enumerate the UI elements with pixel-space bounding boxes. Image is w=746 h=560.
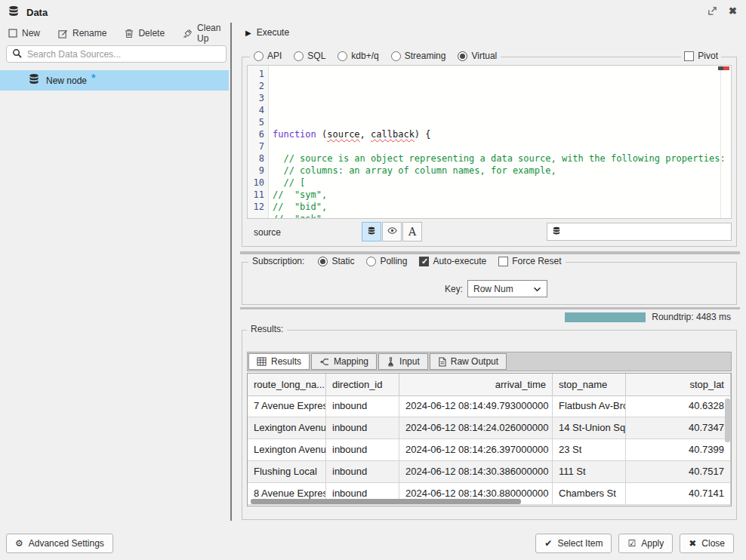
database-icon [28,73,40,88]
tab-raw-output[interactable]: Raw Output [430,353,507,370]
trash-icon [125,29,134,38]
table-cell[interactable]: 111 St [553,461,626,483]
toolbar-button-new[interactable]: New [8,28,40,38]
table-cell[interactable]: 40.6328 [626,395,731,417]
apply-label: Apply [641,538,664,549]
code-line: // "bid", [273,201,731,213]
table-cell[interactable]: inbound [326,417,399,439]
table-cell[interactable]: 23 St [553,439,626,461]
code-line [273,140,731,152]
select-item-button[interactable]: ✔ Select Item [535,534,612,553]
table-cell[interactable]: 2024-06-12 08:14:30.386000000 [399,461,553,483]
source-text-toggle[interactable]: A [402,222,422,242]
advanced-settings-button[interactable]: ⚙ Advanced Settings [6,534,113,553]
table-cell[interactable]: Flatbush Av-Broo [553,395,626,417]
key-label: Key: [445,284,463,294]
table-cell[interactable]: Lexington Avenu [248,417,326,439]
results-fieldset: Results: ResultsMappingInputRaw Output r… [242,330,737,520]
text-format-icon: A [408,226,416,238]
subscription-option-force-reset[interactable]: Force Reset [498,256,561,266]
table-cell[interactable]: 40.7141 [626,483,731,505]
pivot-checkbox[interactable]: Pivot [681,51,721,61]
tab-results[interactable]: Results [248,353,310,370]
close-button[interactable]: ✖ Close [680,534,734,553]
footer-bar: ⚙ Advanced Settings ✔ Select Item ☑ Appl… [0,522,746,560]
subscription-option-label: Auto-execute [433,256,486,266]
editor-scroll-track [720,66,721,218]
table-cell[interactable]: 40.7347 [626,417,731,439]
table-cell[interactable]: Flushing Local [248,461,326,483]
rename-pencil-icon [58,29,68,38]
apply-button[interactable]: ☑ Apply [618,534,673,553]
execute-button[interactable]: ▶ Execute [245,27,289,38]
code-token: , [360,129,371,140]
type-radio-api[interactable]: API [254,51,282,61]
key-select[interactable]: Row Num [467,280,547,297]
subscription-option-auto-execute[interactable]: Auto-execute [419,256,486,266]
subscription-option-static[interactable]: Static [318,256,354,266]
subscription-title: Subscription: [252,256,304,266]
radio-icon [318,257,328,266]
toolbar-button-clean-up[interactable]: Clean Up [183,23,229,44]
code-token: // columns: an array of column names, fo… [273,165,556,176]
data-dialog: Data ✖ NewRenameDeleteClean Up New node … [0,0,746,560]
source-input[interactable] [566,226,726,238]
type-radio-kdb-q[interactable]: kdb+/q [338,51,378,61]
table-cell[interactable]: Lexington Avenu [248,439,326,461]
source-data-toggle[interactable] [362,222,381,242]
column-header-arrival-time[interactable]: arrival_time [399,374,553,396]
type-radio-streaming[interactable]: Streaming [391,51,446,61]
subscription-legend: Subscription: StaticPollingAuto-executeF… [248,256,566,266]
table-cell[interactable]: 2024-06-12 08:14:24.026000000 [399,417,553,439]
horizontal-splitter[interactable] [240,307,740,309]
code-token: source [327,129,359,140]
results-table: route_long_na...direction_idarrival_time… [248,374,731,505]
table-cell[interactable]: Chambers St [553,483,626,505]
tab-label: Results [271,356,301,367]
horizontal-scrollbar[interactable] [251,499,521,504]
table-cell[interactable]: inbound [326,461,399,483]
table-cell[interactable]: 40.7399 [626,439,731,461]
type-radio-sql[interactable]: SQL [294,51,325,61]
table-cell[interactable]: 14 St-Union Sq [553,417,626,439]
table-cell[interactable]: 40.7517 [626,461,731,483]
table-cell[interactable]: 2024-06-12 08:14:49.793000000 [399,395,553,417]
flask-icon [387,357,395,367]
line-number: 8 [248,152,264,165]
source-preview-toggle[interactable] [382,222,402,242]
column-header-stop-name[interactable]: stop_name [553,374,626,396]
tab-mapping[interactable]: Mapping [311,353,377,370]
source-value-field [547,223,732,241]
table-cell[interactable]: 7 Avenue Expres [248,395,326,417]
vertical-scrollbar[interactable] [725,398,730,442]
line-number: 4 [248,104,264,116]
line-number: 3 [248,92,264,104]
toolbar-button-label: Delete [138,28,165,38]
table-cell[interactable]: inbound [326,439,399,461]
line-number: 1 [248,68,264,80]
search-input[interactable] [27,49,220,60]
checkbox-icon [684,51,694,61]
editor-code: function (source, callback) { // source … [269,66,731,218]
type-radio-virtual[interactable]: Virtual [458,51,497,61]
horizontal-splitter[interactable] [240,251,740,254]
tab-input[interactable]: Input [378,353,428,370]
subscription-option-polling[interactable]: Polling [366,256,407,266]
search-box [6,45,227,63]
toolbar-button-delete[interactable]: Delete [125,28,165,38]
line-number: 10 [248,177,264,189]
column-header-route-long-na[interactable]: route_long_na... [248,374,326,396]
results-tabs: ResultsMappingInputRaw Output [247,352,732,371]
tree-item-new-node[interactable]: New node * [0,70,229,91]
table-cell[interactable]: inbound [326,395,399,417]
code-editor[interactable]: 123456789101112 function (source, callba… [247,65,732,219]
column-header-stop-lat[interactable]: stop_lat [626,374,731,396]
expand-icon[interactable] [707,6,717,16]
column-header-direction-id[interactable]: direction_id [326,374,399,396]
table-cell[interactable]: 2024-06-12 08:14:26.397000000 [399,439,553,461]
panel-splitter[interactable] [230,23,232,521]
checkbox-check-icon: ☑ [627,538,636,549]
toolbar-button-rename[interactable]: Rename [58,28,106,38]
code-token: // "sym", [273,189,327,200]
new-square-icon [8,29,17,38]
